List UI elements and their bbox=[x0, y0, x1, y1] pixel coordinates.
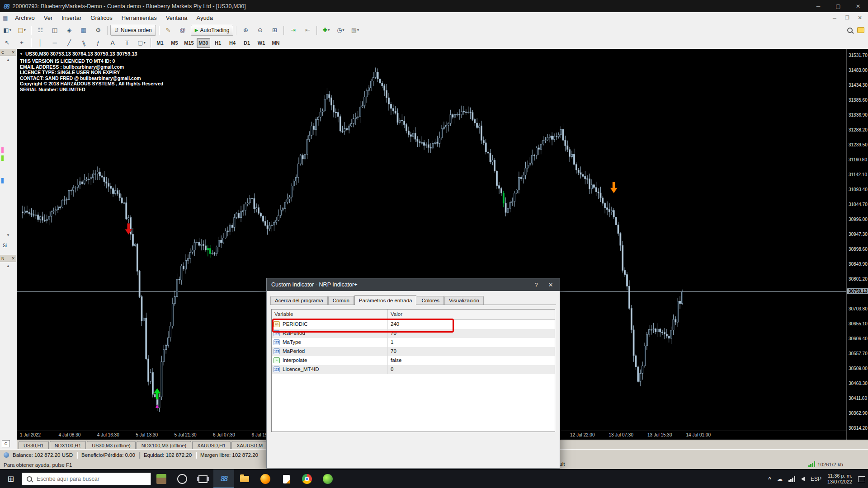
chart-tab-xauusd-h1[interactable]: XAUUSD,H1 bbox=[192, 441, 231, 449]
text-tool-button[interactable]: A bbox=[106, 38, 119, 48]
onedrive-cloud-icon[interactable]: ☁ bbox=[777, 476, 783, 482]
taskbar-app-minecraft[interactable] bbox=[151, 469, 172, 488]
start-button[interactable]: ⊞ bbox=[0, 469, 22, 488]
new-order-button[interactable]: ⇵ Nueva orden bbox=[110, 25, 156, 36]
language-indicator[interactable]: ESP bbox=[811, 476, 821, 482]
close-icon[interactable]: ✕ bbox=[11, 50, 15, 55]
chart-tab-us30-m3-offline-[interactable]: US30,M3 (offline) bbox=[87, 441, 135, 449]
chat-icon[interactable]: … bbox=[857, 27, 864, 33]
parameter-value[interactable]: 1 bbox=[391, 339, 393, 345]
periods-button[interactable]: ◷▾ bbox=[334, 25, 347, 36]
taskbar-app-file-explorer[interactable] bbox=[234, 469, 255, 488]
channel-tool-button[interactable]: ∥ bbox=[75, 35, 92, 50]
zoom-out-button[interactable]: ⊖ bbox=[253, 25, 267, 36]
chart-shift-button[interactable]: ⇤ bbox=[301, 25, 314, 36]
one-click-trading-toggle-icon[interactable]: ▼ bbox=[19, 52, 23, 56]
fibonacci-tool-button[interactable]: ƒ bbox=[91, 38, 105, 48]
chart-tab-us30-h1[interactable]: US30,H1 bbox=[19, 441, 49, 449]
timeframe-mn-button[interactable]: MN bbox=[269, 38, 283, 48]
data-window-button[interactable]: ◫ bbox=[48, 25, 61, 36]
hidden-icons-chevron[interactable]: ^ bbox=[768, 476, 771, 482]
horizontal-line-tool-button[interactable]: ─ bbox=[48, 38, 61, 48]
crosshair-tool-button[interactable]: + bbox=[15, 38, 28, 48]
taskbar-app-mt4[interactable]: 88 bbox=[213, 469, 234, 488]
parameter-value[interactable]: 0 bbox=[391, 366, 393, 372]
auto-scroll-button[interactable]: ⇥ bbox=[286, 25, 300, 36]
navigator-button[interactable]: ◈ bbox=[62, 25, 76, 36]
task-view-button[interactable] bbox=[193, 469, 213, 488]
scroll-up-icon[interactable]: ▲ bbox=[0, 264, 16, 268]
parameter-value[interactable]: 70 bbox=[391, 348, 396, 354]
menu-archivo[interactable]: Archivo bbox=[10, 13, 39, 23]
label-tool-button[interactable]: T bbox=[120, 38, 134, 48]
taskbar-app-office[interactable] bbox=[276, 469, 297, 488]
market-watch-button[interactable]: ☷ bbox=[33, 25, 47, 36]
parameter-row-interpolate[interactable]: ≈Interpolatefalse bbox=[272, 356, 555, 365]
search-input[interactable] bbox=[36, 475, 137, 483]
timeframe-d1-button[interactable]: D1 bbox=[240, 38, 254, 48]
taskbar-clock[interactable]: 11:36 p. m. 13/07/2022 bbox=[827, 473, 852, 485]
tile-windows-button[interactable]: ⊞ bbox=[268, 25, 281, 36]
indicators-button[interactable]: ✚▾ bbox=[319, 25, 333, 36]
shapes-tool-button[interactable]: ▢▾ bbox=[135, 38, 148, 48]
dialog-help-button[interactable]: ? bbox=[529, 278, 543, 291]
dialog-tab-par-metros-de-entrada[interactable]: Parámetros de entrada bbox=[354, 295, 417, 305]
zoom-in-button[interactable]: ⊕ bbox=[239, 25, 252, 36]
dialog-tab-visualizaci-n[interactable]: Visualización bbox=[444, 296, 484, 305]
metaeditor-button[interactable]: ✎ bbox=[161, 25, 175, 36]
timeframe-m30-button[interactable]: M30 bbox=[197, 38, 210, 48]
dialog-tab-com-n[interactable]: Común bbox=[328, 296, 354, 305]
terminal-button[interactable]: ▦ bbox=[77, 25, 90, 36]
dialog-tab-colores[interactable]: Colores bbox=[417, 296, 444, 305]
menu-ayuda[interactable]: Ayuda bbox=[192, 13, 217, 23]
dialog-titlebar[interactable]: Custom Indicator - NRP Indicator+ ? ✕ bbox=[267, 278, 560, 291]
mdi-minimize-button[interactable]: ─ bbox=[828, 12, 841, 23]
mdi-close-button[interactable]: ✕ bbox=[854, 12, 866, 23]
taskbar-app-firefox[interactable] bbox=[255, 469, 276, 488]
new-chart-button[interactable]: ◧▾ bbox=[0, 25, 14, 36]
parameter-row-maperiod[interactable]: 123MaPeriod70 bbox=[272, 347, 555, 356]
network-icon[interactable] bbox=[788, 476, 795, 482]
menu-gráficos[interactable]: Gráficos bbox=[86, 13, 117, 23]
menu-ventana[interactable]: Ventana bbox=[161, 13, 192, 23]
window-minimize-button[interactable]: ─ bbox=[808, 0, 828, 12]
parameter-row-matype[interactable]: 123MaType1 bbox=[272, 338, 555, 347]
taskbar-app-chrome[interactable] bbox=[297, 469, 317, 488]
timeframe-h1-button[interactable]: H1 bbox=[211, 38, 225, 48]
mdi-restore-button[interactable]: ❐ bbox=[841, 12, 854, 23]
timeframe-m5-button[interactable]: M5 bbox=[168, 38, 181, 48]
cursor-tool-button[interactable]: ↖ bbox=[0, 38, 14, 48]
menu-insertar[interactable]: Insertar bbox=[57, 13, 86, 23]
taskbar-app-cortana[interactable] bbox=[172, 469, 193, 488]
dialog-close-button[interactable]: ✕ bbox=[543, 278, 558, 291]
trendline-tool-button[interactable]: ╱ bbox=[62, 38, 76, 48]
search-icon[interactable] bbox=[847, 28, 853, 33]
taskbar-search-box[interactable] bbox=[22, 473, 151, 485]
column-divider[interactable] bbox=[387, 310, 388, 319]
menu-herramientas[interactable]: Herramientas bbox=[117, 13, 161, 23]
parameter-row-licence_mt4id[interactable]: 123Licence_MT4ID0 bbox=[272, 365, 555, 374]
autotrading-button[interactable]: ▶ AutoTrading bbox=[191, 25, 234, 36]
volume-icon[interactable] bbox=[801, 477, 805, 481]
timeframe-m15-button[interactable]: M15 bbox=[182, 38, 196, 48]
dialog-tab-acerca-del-programa[interactable]: Acerca del programa bbox=[270, 296, 328, 305]
dock-bottom-handle[interactable]: C bbox=[2, 440, 10, 447]
parameter-value[interactable]: false bbox=[391, 357, 401, 363]
timeframe-m1-button[interactable]: M1 bbox=[153, 38, 167, 48]
chart-tab-ndx100-h1[interactable]: NDX100,H1 bbox=[50, 441, 86, 449]
vertical-line-tool-button[interactable]: │ bbox=[33, 38, 47, 48]
chart-tab-ndx100-m3-offline-[interactable]: NDX100,M3 (offline) bbox=[137, 441, 191, 449]
action-center-icon[interactable] bbox=[858, 476, 865, 482]
taskbar-app-photos[interactable] bbox=[317, 469, 338, 488]
profiles-button[interactable]: ▤▾ bbox=[15, 25, 28, 36]
close-icon[interactable]: ✕ bbox=[11, 256, 15, 261]
scroll-up-icon[interactable]: ▲ bbox=[0, 58, 16, 62]
timeframe-w1-button[interactable]: W1 bbox=[255, 38, 268, 48]
chart-tab-xauusd-m[interactable]: XAUUSD,M bbox=[231, 441, 268, 449]
scroll-down-icon[interactable]: ▼ bbox=[0, 233, 16, 237]
window-maximize-button[interactable]: ▢ bbox=[828, 0, 848, 12]
menu-ver[interactable]: Ver bbox=[39, 13, 57, 23]
window-close-button[interactable]: ✕ bbox=[848, 0, 868, 12]
templates-button[interactable]: ▧▾ bbox=[348, 25, 362, 36]
timeframe-h4-button[interactable]: H4 bbox=[226, 38, 239, 48]
